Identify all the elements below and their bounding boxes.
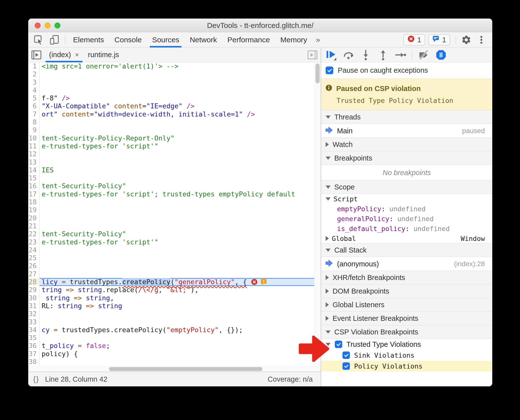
line-number[interactable]: 37: [28, 350, 40, 358]
line-number[interactable]: 11: [28, 142, 40, 150]
code-line: 10tent-Security-Policy-Report-Only": [28, 134, 321, 142]
pause-on-caught-exceptions-row[interactable]: Pause on caught exceptions: [321, 62, 492, 79]
deactivate-breakpoints-icon[interactable]: [418, 49, 430, 61]
line-number[interactable]: 10: [28, 134, 40, 142]
line-number[interactable]: 17: [28, 190, 40, 198]
line-number[interactable]: 18: [28, 198, 40, 206]
step-icon[interactable]: [394, 49, 406, 61]
code-editor[interactable]: 1<img src=1 onerror='alert(1)'> -->2345f…: [28, 62, 321, 366]
line-number[interactable]: 3: [28, 78, 40, 86]
tab-elements[interactable]: Elements: [68, 32, 109, 47]
line-number[interactable]: 2: [28, 70, 40, 78]
breakpoint-row-sink-violations[interactable]: Sink Violations: [321, 350, 492, 361]
breakpoint-row-trusted-type-violations[interactable]: Trusted Type Violations: [321, 339, 492, 350]
line-number[interactable]: 8: [28, 118, 40, 126]
line-number[interactable]: 14: [28, 166, 40, 174]
step-over-icon[interactable]: [342, 49, 354, 61]
list-item-main[interactable]: Mainpaused: [321, 124, 492, 138]
show-debugger-panel-icon[interactable]: [304, 49, 321, 61]
section-header-threads[interactable]: Threads: [321, 110, 492, 124]
code-line-content: e-trusted-types-for 'script'": [40, 238, 321, 246]
line-number[interactable]: 15: [28, 174, 40, 182]
section-header-csp-violation-breakpoints[interactable]: CSP Violation Breakpoints: [321, 325, 492, 339]
code-line-content: [40, 358, 321, 366]
tab-network[interactable]: Network: [184, 32, 222, 47]
section-header-event-listener-breakpoints[interactable]: Event Listener Breakpoints: [321, 311, 492, 325]
section-header-call-stack[interactable]: Call Stack: [321, 243, 492, 257]
line-number[interactable]: 6: [28, 102, 40, 110]
line-number[interactable]: 33: [28, 318, 40, 326]
line-number[interactable]: 38: [28, 358, 40, 366]
section-header-breakpoints[interactable]: Breakpoints: [321, 151, 492, 165]
code-line-content: [40, 318, 321, 326]
line-number[interactable]: 9: [28, 126, 40, 134]
gear-icon[interactable]: [459, 32, 474, 47]
tab-console[interactable]: Console: [109, 32, 147, 47]
vertical-scrollbar-thumb[interactable]: [315, 64, 320, 83]
line-number[interactable]: 16: [28, 182, 40, 190]
section-header-dom-breakpoints[interactable]: DOM Breakpoints: [321, 284, 492, 298]
step-out-icon[interactable]: [377, 49, 389, 61]
more-tabs-icon[interactable]: »: [312, 35, 324, 44]
scope-tree-script[interactable]: Script: [321, 194, 492, 204]
vertical-scrollbar[interactable]: [314, 62, 321, 366]
line-number[interactable]: 31: [28, 302, 40, 310]
tab-memory[interactable]: Memory: [275, 32, 312, 47]
horizontal-scrollbar[interactable]: [28, 366, 321, 372]
pause-on-caught-checkbox[interactable]: [326, 67, 333, 74]
breakpoint-row-policy-violations[interactable]: Policy Violations: [321, 361, 492, 372]
line-number[interactable]: 4: [28, 86, 40, 94]
section-header-watch[interactable]: Watch: [321, 138, 492, 151]
error-count-badge[interactable]: 1: [403, 34, 425, 46]
file-tab--index-[interactable]: (index)×: [45, 47, 83, 62]
line-number[interactable]: 36: [28, 342, 40, 350]
line-number[interactable]: 20: [28, 214, 40, 222]
list-item--anonymous-[interactable]: (anonymous)(index):28: [321, 257, 492, 271]
inspect-icon[interactable]: [31, 32, 47, 47]
resume-icon[interactable]: [325, 49, 337, 61]
section-header-scope[interactable]: Scope: [321, 180, 492, 194]
pause-on-exceptions-icon[interactable]: [435, 49, 447, 61]
line-number[interactable]: 27: [28, 270, 40, 278]
checkbox-sink-violations[interactable]: [342, 351, 350, 359]
line-number[interactable]: 5: [28, 94, 40, 102]
pretty-print-button[interactable]: {}: [33, 375, 39, 383]
checkbox-policy-violations[interactable]: [342, 362, 350, 370]
line-number[interactable]: 35: [28, 334, 40, 342]
line-number[interactable]: 7: [28, 110, 40, 118]
file-tab-runtime-js[interactable]: runtime.js: [83, 47, 124, 62]
horizontal-scrollbar-thumb[interactable]: [109, 367, 262, 371]
section-header-xhr-fetch-breakpoints[interactable]: XHR/fetch Breakpoints: [321, 271, 492, 284]
tab-sources[interactable]: Sources: [147, 32, 184, 47]
checkbox-trusted-type-violations[interactable]: [335, 341, 342, 348]
step-into-icon[interactable]: [360, 49, 372, 61]
line-number[interactable]: 19: [28, 206, 40, 214]
close-window-button[interactable]: [35, 23, 41, 28]
section-header-global-listeners[interactable]: Global Listeners: [321, 298, 492, 312]
show-navigator-icon[interactable]: [28, 49, 45, 61]
line-number[interactable]: 34: [28, 326, 40, 334]
line-number[interactable]: 26: [28, 262, 40, 270]
line-number[interactable]: 25: [28, 254, 40, 262]
line-number[interactable]: 32: [28, 310, 40, 318]
line-number[interactable]: 1: [28, 62, 40, 70]
minimize-window-button[interactable]: [45, 23, 51, 28]
code-line-content: [40, 126, 321, 134]
issues-count-badge[interactable]: 1: [428, 34, 450, 46]
line-number[interactable]: 28: [28, 278, 40, 286]
code-token: e-trusted-types-for 'script'": [42, 238, 158, 246]
line-number[interactable]: 24: [28, 246, 40, 254]
line-number[interactable]: 23: [28, 238, 40, 246]
device-toolbar-icon[interactable]: [47, 32, 62, 47]
tab-performance[interactable]: Performance: [222, 32, 275, 47]
line-number[interactable]: 21: [28, 222, 40, 230]
close-icon[interactable]: ×: [75, 51, 79, 59]
zoom-window-button[interactable]: [54, 23, 60, 28]
kebab-menu-icon[interactable]: [474, 32, 489, 47]
line-number[interactable]: 30: [28, 294, 40, 302]
line-number[interactable]: 12: [28, 150, 40, 158]
scope-tree-global[interactable]: GlobalWindow: [321, 233, 492, 243]
line-number[interactable]: 22: [28, 230, 40, 238]
line-number[interactable]: 13: [28, 158, 40, 166]
line-number[interactable]: 29: [28, 286, 40, 294]
